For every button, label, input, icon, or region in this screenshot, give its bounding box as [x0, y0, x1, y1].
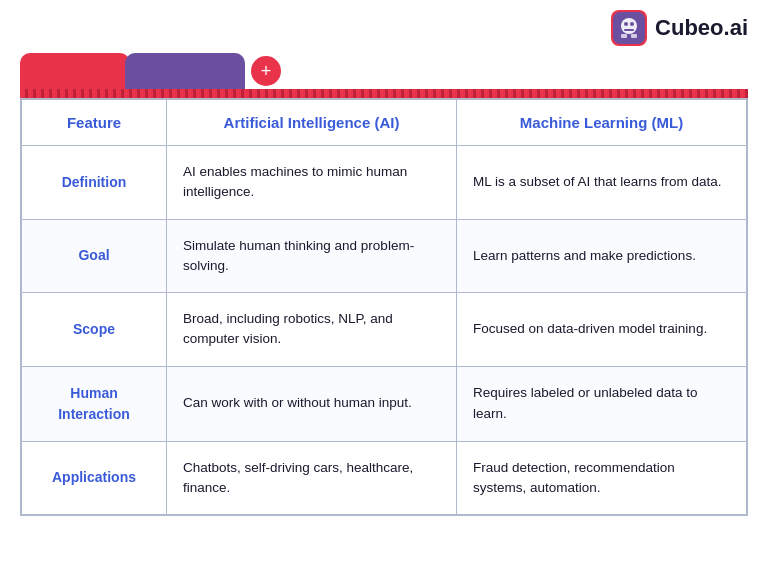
tab-2[interactable] — [125, 53, 245, 89]
table-row: Human InteractionCan work with or withou… — [22, 366, 747, 441]
table-row: ScopeBroad, including robotics, NLP, and… — [22, 293, 747, 367]
cell-ml-3: Requires labeled or unlabeled data to le… — [457, 366, 747, 441]
tab-area: + — [0, 53, 768, 89]
cell-ml-1: Learn patterns and make predictions. — [457, 219, 747, 293]
table-header-row: Feature Artificial Intelligence (AI) Mac… — [22, 100, 747, 146]
svg-rect-5 — [624, 29, 634, 31]
wave-border — [20, 89, 748, 98]
logo-area: Cubeo.ai — [611, 10, 748, 46]
cell-ml-4: Fraud detection, recommendation systems,… — [457, 441, 747, 515]
cell-ai-2: Broad, including robotics, NLP, and comp… — [167, 293, 457, 367]
comparison-table: Feature Artificial Intelligence (AI) Mac… — [21, 99, 747, 515]
svg-point-3 — [624, 22, 628, 26]
cell-ml-0: ML is a subset of AI that learns from da… — [457, 146, 747, 220]
table-body: DefinitionAI enables machines to mimic h… — [22, 146, 747, 515]
cell-feature-1: Goal — [22, 219, 167, 293]
tab-1[interactable] — [20, 53, 130, 89]
header-ai: Artificial Intelligence (AI) — [167, 100, 457, 146]
cell-ai-3: Can work with or without human input. — [167, 366, 457, 441]
cell-ai-1: Simulate human thinking and problem-solv… — [167, 219, 457, 293]
svg-rect-6 — [621, 34, 627, 38]
cell-feature-0: Definition — [22, 146, 167, 220]
header: Cubeo.ai — [0, 0, 768, 51]
cell-feature-3: Human Interaction — [22, 366, 167, 441]
cell-feature-2: Scope — [22, 293, 167, 367]
svg-rect-7 — [631, 34, 637, 38]
cell-feature-4: Applications — [22, 441, 167, 515]
header-feature: Feature — [22, 100, 167, 146]
cell-ai-0: AI enables machines to mimic human intel… — [167, 146, 457, 220]
table-row: ApplicationsChatbots, self-driving cars,… — [22, 441, 747, 515]
cell-ml-2: Focused on data-driven model training. — [457, 293, 747, 367]
logo-text: Cubeo.ai — [655, 15, 748, 41]
table-row: GoalSimulate human thinking and problem-… — [22, 219, 747, 293]
add-tab-button[interactable]: + — [251, 56, 281, 86]
cell-ai-4: Chatbots, self-driving cars, healthcare,… — [167, 441, 457, 515]
svg-point-4 — [630, 22, 634, 26]
svg-point-2 — [621, 18, 637, 34]
tabs-row: + — [20, 53, 748, 89]
cubeo-logo-icon — [611, 10, 647, 46]
table-row: DefinitionAI enables machines to mimic h… — [22, 146, 747, 220]
comparison-table-container: Feature Artificial Intelligence (AI) Mac… — [20, 98, 748, 516]
header-ml: Machine Learning (ML) — [457, 100, 747, 146]
